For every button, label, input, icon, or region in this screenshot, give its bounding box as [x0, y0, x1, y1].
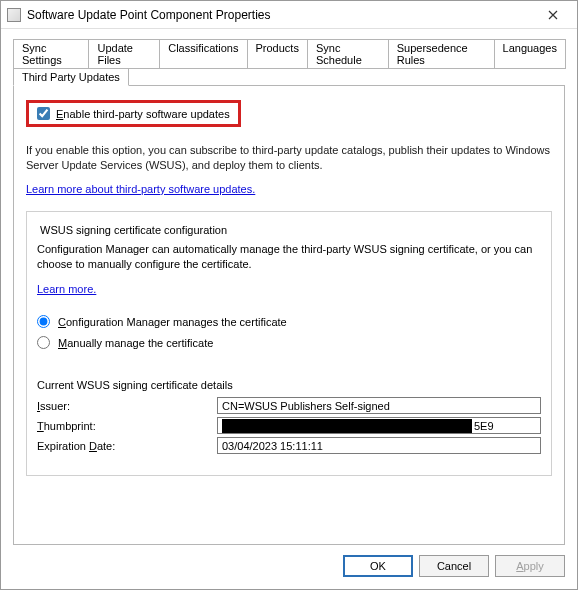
expiration-field[interactable]: 03/04/2023 15:11:11	[217, 437, 541, 454]
dialog-window: Software Update Point Component Properti…	[0, 0, 578, 590]
radio-row-auto: Configuration Manager manages the certif…	[37, 315, 541, 328]
wsus-cert-group: WSUS signing certificate configuration C…	[26, 211, 552, 477]
tab-update-files[interactable]: Update Files	[88, 39, 160, 69]
titlebar: Software Update Point Component Properti…	[1, 1, 577, 29]
radio-auto-manage[interactable]	[37, 315, 50, 328]
tab-products[interactable]: Products	[247, 39, 308, 69]
enable-third-party-checkbox[interactable]	[37, 107, 50, 120]
tabs-row-2: Third Party Updates	[13, 68, 565, 86]
tab-sync-settings[interactable]: Sync Settings	[13, 39, 89, 69]
issuer-label: Issuer:	[37, 400, 217, 412]
cert-row-issuer: Issuer: CN=WSUS Publishers Self-signed	[37, 397, 541, 414]
group-learn-more-link[interactable]: Learn more.	[37, 283, 96, 295]
tab-classifications[interactable]: Classifications	[159, 39, 247, 69]
content-area: Sync Settings Update Files Classificatio…	[1, 29, 577, 545]
learn-more-link[interactable]: Learn more about third-party software up…	[26, 183, 255, 195]
app-icon	[7, 8, 21, 22]
tab-languages[interactable]: Languages	[494, 39, 566, 69]
radio-auto-label: Configuration Manager manages the certif…	[58, 316, 287, 328]
enable-third-party-label: Enable third-party software updates	[56, 108, 230, 120]
enable-description: If you enable this option, you can subsc…	[26, 143, 552, 173]
apply-button[interactable]: Apply	[495, 555, 565, 577]
cert-details-block: Current WSUS signing certificate details…	[37, 379, 541, 454]
issuer-field[interactable]: CN=WSUS Publishers Self-signed	[217, 397, 541, 414]
thumbprint-redacted	[222, 419, 472, 433]
cert-row-expiration: Expiration Date: 03/04/2023 15:11:11	[37, 437, 541, 454]
tabs-row-1: Sync Settings Update Files Classificatio…	[13, 39, 565, 69]
expiration-label: Expiration Date:	[37, 440, 217, 452]
group-description: Configuration Manager can automatically …	[37, 242, 541, 272]
tab-sync-schedule[interactable]: Sync Schedule	[307, 39, 389, 69]
tab-third-party-updates[interactable]: Third Party Updates	[13, 68, 129, 86]
close-button[interactable]	[535, 4, 571, 26]
group-title: WSUS signing certificate configuration	[37, 224, 230, 236]
radio-manual-manage[interactable]	[37, 336, 50, 349]
tab-panel: Enable third-party software updates If y…	[13, 85, 565, 545]
ok-button[interactable]: OK	[343, 555, 413, 577]
thumbprint-label: Thumbprint:	[37, 420, 217, 432]
radio-row-manual: Manually manage the certificate	[37, 336, 541, 349]
radio-manual-label: Manually manage the certificate	[58, 337, 213, 349]
enable-checkbox-highlight: Enable third-party software updates	[26, 100, 241, 127]
thumbprint-field[interactable]: 5E9	[217, 417, 541, 434]
cert-row-thumbprint: Thumbprint: 5E9	[37, 417, 541, 434]
tab-supersedence-rules[interactable]: Supersedence Rules	[388, 39, 495, 69]
window-title: Software Update Point Component Properti…	[27, 8, 535, 22]
dialog-button-row: OK Cancel Apply	[1, 545, 577, 589]
close-icon	[548, 10, 558, 20]
cancel-button[interactable]: Cancel	[419, 555, 489, 577]
cert-details-title: Current WSUS signing certificate details	[37, 379, 541, 391]
